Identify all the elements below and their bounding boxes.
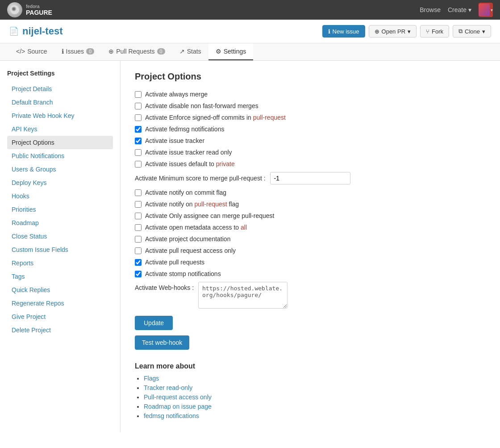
sidebar-item-public-notifications[interactable]: Public Notifications: [7, 149, 113, 163]
new-issue-label: New issue: [333, 28, 359, 35]
sidebar-item-regenerate-repos[interactable]: Regenerate Repos: [7, 297, 113, 310]
nav-right: Browse Create ▾ ▾: [420, 3, 493, 17]
tab-pull-requests[interactable]: ⊕ Pull Requests 0: [101, 43, 172, 60]
test-webhook-button[interactable]: Test web-hook: [135, 335, 189, 350]
logo-brand: fedora: [26, 4, 52, 9]
repo-header: 📄 nijel-test ℹ New issue ⊕ Open PR ▾ ⑂ F…: [0, 20, 500, 43]
update-button[interactable]: Update: [135, 316, 173, 330]
checkbox-notify-commit[interactable]: [135, 189, 142, 196]
sidebar-item-delete-project[interactable]: Delete Project: [7, 323, 113, 337]
checkbox-label-notify-pr: Activate notify on pull-request flag: [145, 201, 239, 208]
checkbox-always-merge[interactable]: [135, 91, 142, 98]
create-button[interactable]: Create ▾: [448, 6, 471, 13]
checkbox-disable-non-ff[interactable]: [135, 103, 142, 109]
pull-requests-badge: 0: [157, 48, 165, 54]
checkbox-pull-request-access-only[interactable]: [135, 247, 142, 254]
open-pr-label: Open PR: [382, 28, 405, 35]
new-issue-button[interactable]: ℹ New issue: [322, 25, 365, 38]
tabs-bar: </> Source ℹ Issues 0 ⊕ Pull Requests 0 …: [0, 43, 500, 61]
sidebar-item-reports[interactable]: Reports: [7, 256, 113, 270]
top-nav: fedora PAGURE Browse Create ▾ ▾: [0, 0, 500, 20]
sidebar-item-close-status[interactable]: Close Status: [7, 230, 113, 243]
learn-link-roadmap[interactable]: Roadmap on issue page: [144, 403, 212, 410]
sidebar-item-deploy-keys[interactable]: Deploy Keys: [7, 176, 113, 189]
score-input[interactable]: [270, 172, 350, 184]
sidebar-item-project-options[interactable]: Project Options: [7, 136, 113, 149]
checkbox-row-always-merge: Activate always merge: [135, 91, 486, 98]
svg-point-2: [12, 8, 15, 10]
checkbox-label-fedmsg: Activate fedmsg notifications: [145, 126, 224, 133]
checkbox-issue-tracker[interactable]: [135, 138, 142, 144]
sidebar-item-tags[interactable]: Tags: [7, 270, 113, 283]
checkbox-fedmsg[interactable]: [135, 126, 142, 133]
checkbox-open-metadata[interactable]: [135, 224, 142, 231]
checkbox-row-notify-pr: Activate notify on pull-request flag: [135, 201, 486, 208]
tab-source[interactable]: </> Source: [9, 43, 54, 60]
score-label: Activate Minimum score to merge pull-req…: [135, 175, 266, 182]
tab-pull-requests-label: Pull Requests: [116, 48, 154, 55]
user-avatar-button[interactable]: ▾: [479, 3, 493, 17]
checkbox-enforce-signed-off[interactable]: [135, 114, 142, 121]
source-icon: </>: [16, 48, 25, 55]
checkbox-label-enforce-signed-off: Activate Enforce signed-off commits in p…: [145, 114, 286, 121]
tab-issues[interactable]: ℹ Issues 0: [54, 43, 102, 60]
webhooks-row: Activate Web-hooks : https://hosted.webl…: [135, 282, 486, 309]
logo-name: PAGURE: [26, 9, 52, 16]
checkbox-only-assignee[interactable]: [135, 213, 142, 219]
sidebar-item-default-branch[interactable]: Default Branch: [7, 96, 113, 109]
open-pr-button[interactable]: ⊕ Open PR ▾: [369, 25, 417, 38]
learn-link-fedmsg[interactable]: fedmsg notifications: [144, 412, 199, 419]
avatar-dropdown-arrow: ▾: [491, 8, 493, 13]
repo-name-link[interactable]: nijel-test: [22, 25, 62, 37]
nav-left: fedora PAGURE: [7, 2, 52, 17]
open-pr-icon: ⊕: [375, 28, 379, 35]
learn-link-pr-access-only[interactable]: Pull-request access only: [144, 394, 212, 401]
tab-issues-label: Issues: [66, 48, 84, 55]
webhooks-textarea[interactable]: https://hosted.weblate.org/hooks/pagure/: [198, 282, 288, 309]
sidebar-item-project-details[interactable]: Project Details: [7, 82, 113, 96]
checkbox-pull-requests[interactable]: [135, 259, 142, 266]
test-button-row: Test web-hook: [135, 335, 486, 359]
learn-link-tracker-readonly[interactable]: Tracker read-only: [144, 384, 192, 391]
sidebar-item-api-keys[interactable]: API Keys: [7, 122, 113, 136]
sidebar-item-hooks[interactable]: Hooks: [7, 189, 113, 203]
new-issue-icon: ℹ: [328, 28, 330, 35]
logo: fedora PAGURE: [7, 2, 52, 17]
sidebar-item-custom-issue-fields[interactable]: Custom Issue Fields: [7, 243, 113, 256]
issues-badge: 0: [86, 48, 94, 54]
tab-settings-label: Settings: [224, 48, 246, 55]
checkbox-notify-pr[interactable]: [135, 201, 142, 208]
checkbox-row-fedmsg: Activate fedmsg notifications: [135, 126, 486, 133]
sidebar-item-priorities[interactable]: Priorities: [7, 203, 113, 216]
clone-button[interactable]: ⧉ Clone ▾: [453, 25, 491, 38]
list-item: Tracker read-only: [144, 384, 486, 391]
sidebar-item-private-web-hook-key[interactable]: Private Web Hook Key: [7, 109, 113, 122]
checkbox-label-issue-tracker: Activate issue tracker: [145, 137, 204, 144]
repo-actions: ℹ New issue ⊕ Open PR ▾ ⑂ Fork ⧉ Clone ▾: [322, 25, 491, 38]
list-item: Roadmap on issue page: [144, 403, 486, 410]
checkbox-row-issue-tracker: Activate issue tracker: [135, 137, 486, 144]
sidebar-item-users-groups[interactable]: Users & Groups: [7, 163, 113, 176]
create-arrow: ▾: [468, 6, 471, 13]
sidebar-item-roadmap[interactable]: Roadmap: [7, 216, 113, 230]
repo-icon: 📄: [9, 26, 19, 36]
checkbox-label-stomp-notifications: Activate stomp notifications: [145, 270, 221, 277]
action-buttons: Update: [135, 316, 486, 335]
learn-section: Learn more about Flags Tracker read-only…: [135, 362, 486, 419]
checkbox-project-documentation[interactable]: [135, 236, 142, 243]
checkbox-row-notify-commit: Activate notify on commit flag: [135, 189, 486, 196]
sidebar-item-give-project[interactable]: Give Project: [7, 310, 113, 323]
checkbox-issues-default-private[interactable]: [135, 161, 142, 167]
browse-link[interactable]: Browse: [420, 6, 441, 13]
learn-link-flags[interactable]: Flags: [144, 375, 159, 382]
sidebar-item-quick-replies[interactable]: Quick Replies: [7, 283, 113, 297]
tab-settings[interactable]: ⚙ Settings: [208, 43, 254, 60]
checkbox-issue-tracker-readonly[interactable]: [135, 149, 142, 156]
checkbox-stomp-notifications[interactable]: [135, 271, 142, 277]
checkbox-label-pull-request-access-only: Activate pull request access only: [145, 247, 236, 254]
tab-stats[interactable]: ↗ Stats: [172, 43, 208, 60]
fork-button[interactable]: ⑂ Fork: [420, 25, 449, 38]
open-pr-arrow: ▾: [408, 28, 411, 35]
score-row: Activate Minimum score to merge pull-req…: [135, 172, 486, 184]
learn-title: Learn more about: [135, 362, 486, 370]
